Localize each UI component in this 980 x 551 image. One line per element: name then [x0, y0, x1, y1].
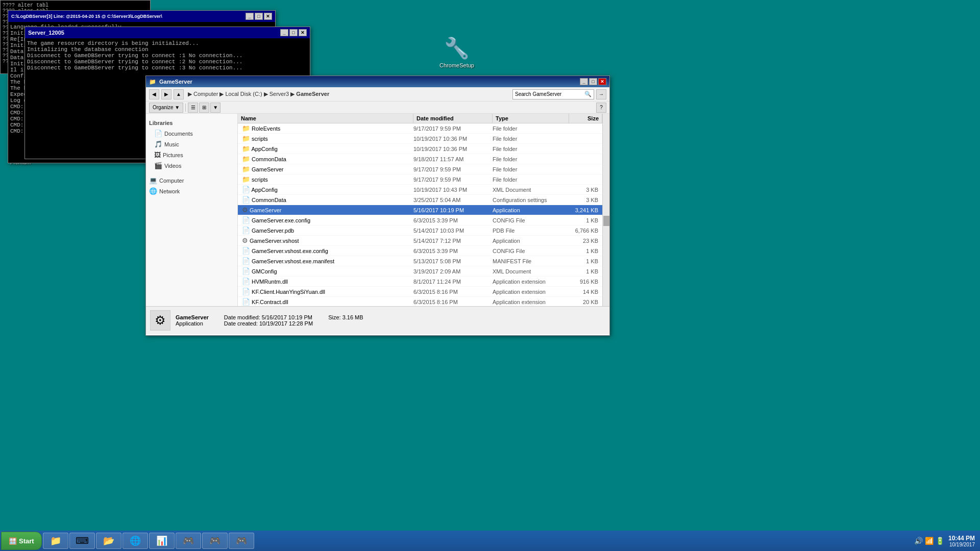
taskbar-item-folder[interactable]: 📁	[43, 533, 68, 549]
file-type-appconfig-xml: XML Document	[491, 187, 567, 193]
explorer-toolbar2: Organize ▼ ☰ ⊞ ▼ ?	[146, 102, 609, 114]
sidebar-item-computer[interactable]: Computer	[146, 175, 237, 186]
sidebar-item-network[interactable]: Network	[146, 186, 237, 196]
cmd1-close-btn[interactable]: ✕	[264, 13, 272, 20]
taskbar-item-cmd[interactable]: ⌨	[69, 533, 95, 549]
xml-icon1	[242, 187, 250, 193]
file-row-gameserver-manifest[interactable]: GameServer.vshost.exe.manifest 5/13/2017…	[238, 256, 602, 266]
explorer-titlebar[interactable]: 📁 GameServer _ □ ✕	[146, 76, 609, 87]
view-toggle-btn[interactable]: ▼	[210, 103, 220, 113]
file-type-kf-contract: Application extension	[491, 299, 567, 305]
file-row-commondata-cfg[interactable]: CommonData 3/25/2017 5:04 AM Configurati…	[238, 195, 602, 205]
cmd-server12005-titlebar[interactable]: Server_12005 _ □ ✕	[25, 27, 310, 38]
header-type[interactable]: Type	[493, 114, 569, 123]
search-input[interactable]	[515, 91, 583, 97]
taskbar: 🪟 Start 📁 ⌨ 📂 🌐 📊 🎮 🎮	[0, 531, 980, 551]
folder-icon5	[242, 166, 250, 172]
cmd1-maximize-btn[interactable]: □	[255, 13, 263, 20]
file-date-gameserver-vshost: 5/14/2017 7:12 PM	[411, 238, 491, 244]
back-btn[interactable]: ◀	[149, 89, 159, 99]
statusbar-dates: Date modified: 5/16/2017 10:19 PM Date c…	[224, 314, 313, 327]
statusbar-info: GameServer Application Date modified: 5/…	[176, 314, 605, 327]
taskbar-item-game3[interactable]: 🎮	[229, 533, 254, 549]
chrome-setup-image: 🔧	[445, 36, 469, 60]
statusbar-icon: ⚙	[150, 310, 170, 331]
sidebar-item-documents[interactable]: Documents	[146, 128, 237, 139]
file-type-gmconfig: XML Document	[491, 268, 567, 274]
file-row-appconfig-xml[interactable]: AppConfig 10/19/2017 10:43 PM XML Docume…	[238, 185, 602, 195]
statusbar-name: GameServer Application	[176, 314, 209, 327]
cmd2-close-btn[interactable]: ✕	[299, 29, 307, 36]
search-icon[interactable]: 🔍	[584, 91, 592, 97]
clock[interactable]: 10:44 PM 10/19/2017	[948, 535, 975, 547]
file-list-header: Name Date modified Type Size	[238, 114, 602, 123]
folder-icon4	[242, 156, 250, 162]
file-row-gameserver-exe-config[interactable]: GameServer.exe.config 6/3/2015 3:39 PM C…	[238, 215, 602, 226]
file-row-gameserver-vshost-config[interactable]: GameServer.vshost.exe.config 6/3/2015 3:…	[238, 246, 602, 256]
help-btn[interactable]: ?	[596, 103, 606, 113]
explorer-titlebar-icon: 📁	[149, 79, 156, 85]
header-size[interactable]: Size	[569, 114, 602, 123]
explorer-close-btn[interactable]: ✕	[598, 78, 606, 85]
file-row-gmconfig[interactable]: GMConfig 3/19/2017 2:09 AM XML Document …	[238, 266, 602, 277]
taskbar-item-game1[interactable]: 🎮	[176, 533, 201, 549]
file-row-kf-client[interactable]: KF.Client.HuanYingSiYuan.dll 6/3/2015 8:…	[238, 287, 602, 297]
file-row-scripts[interactable]: scripts 10/19/2017 10:36 PM File folder	[238, 134, 602, 144]
file-type-gameserver-exe-config: CONFIG File	[491, 217, 567, 223]
cfg-icon4	[242, 258, 250, 264]
file-row-hvmruntm[interactable]: HVMRuntm.dll 8/1/2017 11:24 PM Applicati…	[238, 277, 602, 287]
cmd2-maximize-btn[interactable]: □	[289, 29, 298, 36]
taskbar-cmd-icon: ⌨	[76, 535, 88, 547]
taskbar-item-chart[interactable]: 📊	[149, 533, 175, 549]
file-size-gameserver-app: 3,241 KB	[567, 207, 600, 213]
header-date[interactable]: Date modified	[413, 114, 493, 123]
file-row-kf-contract[interactable]: KF.Contract.dll 6/3/2015 8:16 PM Applica…	[238, 297, 602, 306]
file-size-gameserver-vshost: 23 KB	[567, 238, 600, 244]
sidebar-item-videos[interactable]: Videos	[146, 160, 237, 171]
chrome-setup-icon[interactable]: 🔧 ChromeSetup	[436, 36, 477, 68]
up-btn[interactable]: ▲	[174, 89, 184, 99]
file-row-gameserver-app[interactable]: GameServer 5/16/2017 10:19 PM Applicatio…	[238, 205, 602, 215]
file-type-gameserver-vshost: Application	[491, 238, 567, 244]
file-row-commondata-folder[interactable]: CommonData 9/18/2017 11:57 AM File folde…	[238, 154, 602, 164]
explorer-minimize-btn[interactable]: _	[580, 78, 588, 85]
forward-btn[interactable]: ▶	[161, 89, 172, 99]
file-row-gameserver-pdb[interactable]: GameServer.pdb 5/14/2017 10:03 PM PDB Fi…	[238, 226, 602, 236]
file-row-scripts2[interactable]: scripts 9/17/2017 9:59 PM File folder	[238, 174, 602, 185]
header-name[interactable]: Name	[238, 114, 413, 123]
organize-btn[interactable]: Organize ▼	[149, 103, 183, 113]
file-row-appconfig-folder[interactable]: AppConfig 10/19/2017 10:36 PM File folde…	[238, 144, 602, 154]
taskbar-item-chrome[interactable]: 🌐	[122, 533, 148, 549]
explorer-maximize-btn[interactable]: □	[589, 78, 597, 85]
file-date-gmconfig: 3/19/2017 2:09 AM	[411, 268, 491, 274]
file-list-scrollbar[interactable]	[602, 114, 609, 306]
go-btn[interactable]: →	[596, 89, 606, 99]
cmd-logdbserver-titlebar[interactable]: C:\LogDBServer[3] Line: @2015-04-20 15 @…	[8, 11, 275, 22]
view-list-btn[interactable]: ☰	[188, 103, 198, 113]
cmd1-minimize-btn[interactable]: _	[246, 13, 254, 20]
file-row-gameserver-vshost[interactable]: GameServer.vshost 5/14/2017 7:12 PM Appl…	[238, 236, 602, 246]
file-type-gameserver-folder: File folder	[491, 166, 567, 172]
file-date-gameserver-vshost-config: 6/3/2015 3:39 PM	[411, 248, 491, 254]
sidebar-item-pictures[interactable]: Pictures	[146, 149, 237, 160]
cmd2-minimize-btn[interactable]: _	[280, 29, 288, 36]
xml-icon2	[242, 268, 250, 274]
file-row-roleevents[interactable]: RoleEvents 9/17/2017 9:59 PM File folder	[238, 123, 602, 134]
file-name-kf-client: KF.Client.HuanYingSiYuan.dll	[240, 288, 411, 295]
file-type-commondata-folder: File folder	[491, 156, 567, 162]
file-size-commondata-cfg: 3 KB	[567, 197, 600, 203]
file-date-appconfig-folder: 10/19/2017 10:36 PM	[411, 146, 491, 152]
file-date-kf-contract: 6/3/2015 8:16 PM	[411, 299, 491, 305]
file-row-gameserver-folder[interactable]: GameServer 9/17/2017 9:59 PM File folder	[238, 164, 602, 174]
explorer-body: Libraries Documents Music Pictures Video…	[146, 114, 609, 306]
view-details-btn[interactable]: ⊞	[199, 103, 209, 113]
explorer-titlebar-buttons: _ □ ✕	[580, 78, 606, 85]
taskbar-item-game2[interactable]: 🎮	[202, 533, 228, 549]
start-button[interactable]: 🪟 Start	[1, 532, 42, 550]
sidebar-item-music[interactable]: Music	[146, 139, 237, 149]
file-type-appconfig-folder: File folder	[491, 146, 567, 152]
file-size-gameserver-vshost-config: 1 KB	[567, 248, 600, 254]
file-date-gameserver-pdb: 5/14/2017 10:03 PM	[411, 228, 491, 234]
taskbar-item-files[interactable]: 📂	[96, 533, 121, 549]
taskbar-tray-icons: 🔊 📶 🔋	[914, 537, 944, 545]
